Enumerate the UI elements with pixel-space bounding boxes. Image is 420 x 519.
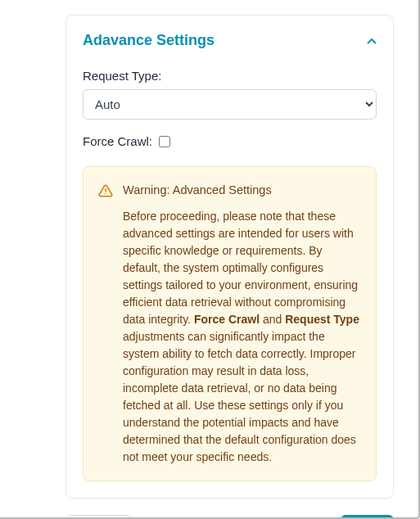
advanced-settings-panel: Adavance Settings Request Type: Auto For… — [65, 15, 394, 499]
warning-text-mid: and — [260, 313, 285, 326]
warning-content: Warning: Advanced Settings Before procee… — [123, 182, 361, 466]
warning-box: Warning: Advanced Settings Before procee… — [83, 166, 377, 481]
warning-text-prefix: Before proceeding, please note that thes… — [123, 210, 358, 326]
warning-bold-1: Force Crawl — [194, 313, 260, 326]
panel-header[interactable]: Adavance Settings — [83, 32, 377, 49]
force-crawl-label: Force Crawl: — [83, 134, 152, 148]
warning-title: Warning: Advanced Settings — [123, 182, 361, 200]
footer: Cancel Next — [65, 515, 394, 519]
force-crawl-checkbox[interactable] — [159, 136, 170, 147]
warning-triangle-icon — [98, 182, 113, 466]
request-type-label: Request Type: — [83, 69, 377, 83]
cancel-button[interactable]: Cancel — [65, 515, 132, 519]
next-button[interactable]: Next — [341, 515, 394, 519]
warning-body: Before proceeding, please note that thes… — [123, 208, 361, 466]
panel-title: Adavance Settings — [83, 32, 215, 49]
warning-bold-2: Request Type — [285, 313, 359, 326]
chevron-up-icon — [367, 34, 377, 48]
warning-text-suffix: adjustments can significantly impact the… — [123, 330, 356, 463]
request-type-select[interactable]: Auto — [83, 89, 377, 120]
